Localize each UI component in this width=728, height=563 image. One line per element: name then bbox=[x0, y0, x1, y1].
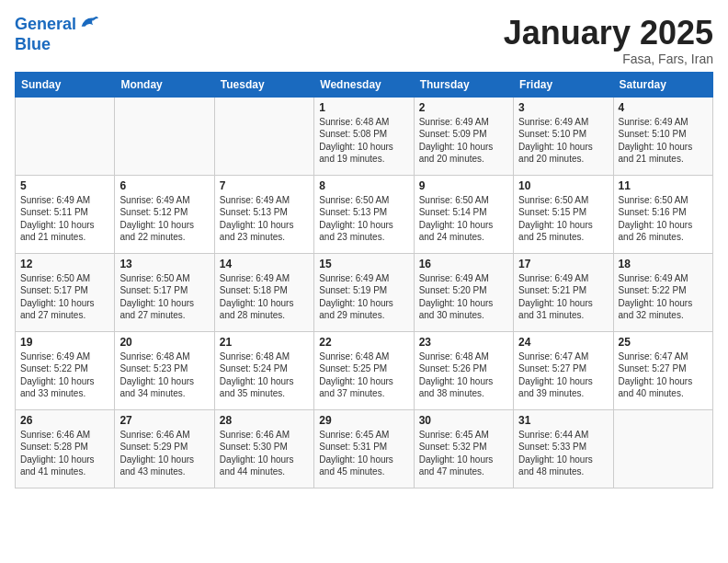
sunrise-text: Sunrise: 6:46 AM bbox=[119, 430, 189, 440]
sunrise-text: Sunrise: 6:50 AM bbox=[619, 195, 688, 205]
daylight-hours-text: Daylight: 10 hours bbox=[419, 220, 494, 230]
daylight-minutes-text: and 39 minutes. bbox=[518, 388, 584, 398]
day-number: 22 bbox=[319, 336, 408, 349]
day-number: 26 bbox=[20, 414, 109, 427]
daylight-minutes-text: and 21 minutes. bbox=[619, 154, 684, 164]
sunrise-text: Sunrise: 6:47 AM bbox=[518, 351, 588, 362]
logo: General Blue bbox=[15, 15, 98, 55]
header-saturday: Saturday bbox=[613, 72, 712, 97]
sunrise-text: Sunrise: 6:49 AM bbox=[419, 273, 489, 283]
sunrise-text: Sunrise: 6:47 AM bbox=[619, 351, 688, 362]
daylight-hours-text: Daylight: 10 hours bbox=[119, 298, 194, 308]
week-row-1: 5Sunrise: 6:49 AMSunset: 5:11 PMDaylight… bbox=[16, 175, 713, 253]
day-number: 18 bbox=[619, 258, 708, 270]
day-number: 3 bbox=[518, 101, 608, 114]
daylight-minutes-text: and 28 minutes. bbox=[220, 310, 285, 320]
day-cell: 5Sunrise: 6:49 AMSunset: 5:11 PMDaylight… bbox=[16, 175, 115, 253]
day-info: Sunrise: 6:44 AMSunset: 5:33 PMDaylight:… bbox=[518, 429, 608, 478]
sunrise-text: Sunrise: 6:48 AM bbox=[319, 351, 389, 362]
day-number: 24 bbox=[518, 336, 608, 349]
sunset-text: Sunset: 5:21 PM bbox=[518, 285, 586, 295]
day-number: 8 bbox=[319, 179, 408, 192]
daylight-hours-text: Daylight: 10 hours bbox=[619, 220, 693, 230]
day-cell: 27Sunrise: 6:46 AMSunset: 5:29 PMDayligh… bbox=[115, 409, 214, 488]
day-info: Sunrise: 6:50 AMSunset: 5:15 PMDaylight:… bbox=[518, 194, 608, 244]
sunrise-text: Sunrise: 6:49 AM bbox=[619, 117, 688, 127]
sunset-text: Sunset: 5:13 PM bbox=[220, 207, 288, 217]
day-cell: 8Sunrise: 6:50 AMSunset: 5:13 PMDaylight… bbox=[314, 175, 414, 253]
day-info: Sunrise: 6:49 AMSunset: 5:20 PMDaylight:… bbox=[419, 272, 508, 322]
day-cell: 13Sunrise: 6:50 AMSunset: 5:17 PMDayligh… bbox=[115, 253, 214, 331]
daylight-minutes-text: and 24 minutes. bbox=[419, 232, 484, 242]
daylight-hours-text: Daylight: 10 hours bbox=[119, 376, 194, 386]
day-info: Sunrise: 6:50 AMSunset: 5:17 PMDaylight:… bbox=[119, 272, 209, 322]
logo-bird-icon bbox=[78, 13, 98, 33]
sunrise-text: Sunrise: 6:50 AM bbox=[518, 195, 588, 205]
header-row-days: SundayMondayTuesdayWednesdayThursdayFrid… bbox=[16, 72, 713, 97]
day-info: Sunrise: 6:50 AMSunset: 5:16 PMDaylight:… bbox=[619, 194, 708, 244]
day-info: Sunrise: 6:50 AMSunset: 5:17 PMDaylight:… bbox=[20, 272, 109, 322]
day-number: 29 bbox=[319, 414, 408, 427]
daylight-minutes-text: and 30 minutes. bbox=[419, 310, 484, 320]
day-info: Sunrise: 6:48 AMSunset: 5:23 PMDaylight:… bbox=[119, 350, 209, 400]
day-info: Sunrise: 6:49 AMSunset: 5:19 PMDaylight:… bbox=[319, 272, 408, 322]
sunset-text: Sunset: 5:17 PM bbox=[119, 285, 188, 295]
day-cell: 2Sunrise: 6:49 AMSunset: 5:09 PMDaylight… bbox=[414, 97, 513, 175]
day-cell: 4Sunrise: 6:49 AMSunset: 5:10 PMDaylight… bbox=[613, 97, 712, 175]
sunset-text: Sunset: 5:22 PM bbox=[619, 285, 687, 295]
sunset-text: Sunset: 5:12 PM bbox=[119, 207, 188, 217]
day-cell: 15Sunrise: 6:49 AMSunset: 5:19 PMDayligh… bbox=[314, 253, 414, 331]
daylight-minutes-text: and 27 minutes. bbox=[119, 310, 185, 320]
daylight-hours-text: Daylight: 10 hours bbox=[419, 454, 494, 465]
sunrise-text: Sunrise: 6:50 AM bbox=[319, 195, 389, 205]
sunrise-text: Sunrise: 6:49 AM bbox=[619, 273, 688, 283]
daylight-hours-text: Daylight: 10 hours bbox=[518, 142, 593, 152]
daylight-hours-text: Daylight: 10 hours bbox=[319, 298, 393, 308]
daylight-hours-text: Daylight: 10 hours bbox=[220, 220, 294, 230]
daylight-minutes-text: and 20 minutes. bbox=[419, 154, 484, 164]
daylight-minutes-text: and 47 minutes. bbox=[419, 466, 484, 477]
sunset-text: Sunset: 5:10 PM bbox=[518, 129, 586, 139]
day-number: 14 bbox=[220, 258, 309, 270]
day-info: Sunrise: 6:48 AMSunset: 5:26 PMDaylight:… bbox=[419, 350, 508, 400]
sunrise-text: Sunrise: 6:49 AM bbox=[518, 273, 588, 283]
sunset-text: Sunset: 5:20 PM bbox=[419, 285, 487, 295]
day-cell: 1Sunrise: 6:48 AMSunset: 5:08 PMDaylight… bbox=[314, 97, 414, 175]
sunset-text: Sunset: 5:27 PM bbox=[619, 363, 687, 373]
day-info: Sunrise: 6:50 AMSunset: 5:13 PMDaylight:… bbox=[319, 194, 408, 244]
daylight-hours-text: Daylight: 10 hours bbox=[119, 220, 194, 230]
header-sunday: Sunday bbox=[16, 72, 115, 97]
header-thursday: Thursday bbox=[414, 72, 513, 97]
day-info: Sunrise: 6:49 AMSunset: 5:22 PMDaylight:… bbox=[20, 350, 109, 400]
day-cell: 31Sunrise: 6:44 AMSunset: 5:33 PMDayligh… bbox=[514, 409, 613, 488]
day-cell: 29Sunrise: 6:45 AMSunset: 5:31 PMDayligh… bbox=[314, 409, 414, 488]
daylight-hours-text: Daylight: 10 hours bbox=[419, 298, 494, 308]
day-info: Sunrise: 6:49 AMSunset: 5:12 PMDaylight:… bbox=[119, 194, 209, 244]
sunrise-text: Sunrise: 6:49 AM bbox=[220, 273, 290, 283]
daylight-minutes-text: and 19 minutes. bbox=[319, 154, 384, 164]
day-info: Sunrise: 6:45 AMSunset: 5:32 PMDaylight:… bbox=[419, 429, 508, 478]
daylight-hours-text: Daylight: 10 hours bbox=[619, 376, 693, 386]
day-number: 17 bbox=[518, 258, 608, 270]
daylight-minutes-text: and 34 minutes. bbox=[119, 388, 185, 398]
day-number: 15 bbox=[319, 258, 408, 270]
daylight-hours-text: Daylight: 10 hours bbox=[419, 376, 494, 386]
logo-text-general: General bbox=[15, 15, 76, 35]
day-cell: 26Sunrise: 6:46 AMSunset: 5:28 PMDayligh… bbox=[16, 409, 115, 488]
day-number: 30 bbox=[419, 414, 508, 427]
day-cell: 21Sunrise: 6:48 AMSunset: 5:24 PMDayligh… bbox=[214, 331, 313, 409]
sunrise-text: Sunrise: 6:49 AM bbox=[518, 117, 588, 127]
day-info: Sunrise: 6:49 AMSunset: 5:10 PMDaylight:… bbox=[619, 116, 708, 166]
sunrise-text: Sunrise: 6:50 AM bbox=[419, 195, 489, 205]
daylight-minutes-text: and 40 minutes. bbox=[619, 388, 684, 398]
daylight-hours-text: Daylight: 10 hours bbox=[518, 220, 593, 230]
day-number: 11 bbox=[619, 179, 708, 192]
daylight-minutes-text: and 20 minutes. bbox=[518, 154, 584, 164]
day-cell: 12Sunrise: 6:50 AMSunset: 5:17 PMDayligh… bbox=[16, 253, 115, 331]
sunrise-text: Sunrise: 6:49 AM bbox=[419, 117, 489, 127]
daylight-hours-text: Daylight: 10 hours bbox=[119, 454, 194, 465]
calendar-container: General Blue January 2025 Fasa, Fars, Ir… bbox=[0, 0, 728, 498]
sunset-text: Sunset: 5:24 PM bbox=[220, 363, 288, 373]
daylight-minutes-text: and 43 minutes. bbox=[119, 466, 185, 477]
daylight-hours-text: Daylight: 10 hours bbox=[20, 454, 95, 465]
